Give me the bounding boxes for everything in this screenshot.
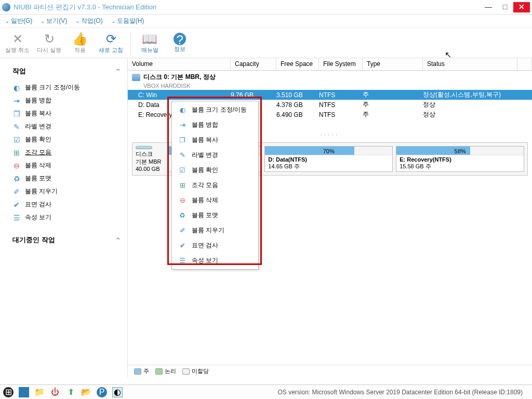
menu-actions[interactable]: ⌄작업(O) (75, 17, 102, 25)
col-volume[interactable]: Volume (128, 58, 231, 70)
info-button[interactable]: ?정보 (168, 33, 191, 53)
copy-icon: ❐ (178, 136, 187, 144)
chevron-up-icon: ⌃ (115, 68, 121, 75)
sidebar-wipe[interactable]: ✐볼륨 지우기 (6, 185, 121, 198)
maximize-button[interactable]: □ (497, 2, 513, 12)
ctx-label[interactable]: ✎라벨 변경 (172, 148, 258, 163)
ctx-defrag[interactable]: ⊞조각 모음 (172, 178, 258, 193)
ctx-resize-move[interactable]: ◐볼륨 크기 조정/이동 (172, 102, 258, 117)
disk-image-icon (136, 146, 152, 149)
refresh-button[interactable]: ⟳새로 고침 (99, 32, 123, 54)
col-status[interactable]: Status (423, 58, 517, 70)
sidebar-merge[interactable]: ⇥볼륨 병합 (6, 94, 121, 107)
disk-group-header[interactable]: 디스크 0: 기본 MBR, 정상 (128, 71, 532, 83)
legend: 주 논리 미할당 (128, 365, 532, 377)
format-icon: ♻ (178, 211, 187, 220)
taskbar: ⊞ 📁 ⏻ ⬆ 📂 P ◐ OS version: Microsoft Wind… (0, 384, 532, 399)
col-capacity[interactable]: Capacity (231, 58, 276, 70)
delete-icon: ⊖ (178, 196, 187, 205)
undo-button[interactable]: ✕실행 취소 (5, 32, 30, 54)
sidebar-copy[interactable]: ❐볼륨 복사 (6, 107, 121, 120)
disk-map-header[interactable]: 디스크 기본 MBR 40.00 GB (136, 146, 165, 172)
sidebar-section-pending[interactable]: 대기중인 작업 ⌃ (6, 231, 121, 250)
sidebar-section-ops[interactable]: 작업 ⌃ (6, 62, 121, 81)
partition-box-e[interactable]: 58% E: Recovery(NTFS)15.58 GB 주 (396, 146, 524, 172)
power-icon[interactable]: ⏻ (50, 387, 60, 397)
ctx-surface[interactable]: ✔표면 검사 (172, 238, 258, 253)
delete-icon: ⊖ (12, 162, 21, 170)
surface-icon: ✔ (178, 242, 187, 250)
surface-icon: ✔ (12, 201, 21, 209)
close-button[interactable]: ✕ (513, 2, 530, 12)
menu-general[interactable]: ⌄일반(G) (5, 17, 32, 25)
legend-logical-swatch (155, 368, 163, 375)
disk-icon (132, 74, 140, 81)
check-icon: ☑ (178, 166, 187, 175)
ctx-merge[interactable]: ⇥볼륨 병합 (172, 117, 258, 132)
disk-model: VBOX HARDDISK (128, 83, 532, 89)
niubi-taskbar-icon[interactable]: ◐ (112, 387, 123, 397)
app-title: NIUBI 파티션 편집기 v7.3.0 - Technician Editio… (14, 3, 480, 12)
toolbar-separator (130, 32, 131, 55)
menu-help[interactable]: ⌄도움말(H) (111, 17, 144, 25)
ctx-check[interactable]: ☑볼륨 확인 (172, 163, 258, 178)
taskview-icon[interactable] (19, 387, 29, 397)
titlebar: NIUBI 파티션 편집기 v7.3.0 - Technician Editio… (0, 0, 532, 15)
sidebar-label[interactable]: ✎라벨 변경 (6, 120, 121, 133)
wipe-icon: ✐ (178, 227, 187, 235)
app2-icon[interactable]: 📂 (81, 387, 91, 397)
sidebar-format[interactable]: ♻볼륨 포맷 (6, 172, 121, 185)
list-icon: ☰ (12, 214, 21, 222)
defrag-icon: ⊞ (178, 181, 187, 190)
volume-row-c[interactable]: C: Win 9.76 GB 3.510 GB NTFS 주 정상(활성,시스템… (128, 90, 532, 100)
explorer-icon[interactable]: 📁 (34, 387, 45, 397)
col-free[interactable]: Free Space (276, 58, 319, 70)
edit-icon: ✎ (178, 151, 187, 159)
sidebar-check[interactable]: ☑볼륨 확인 (6, 133, 121, 146)
check-icon: ☑ (12, 136, 21, 144)
defrag-icon: ⊞ (12, 149, 21, 157)
os-version-label: OS version: Microsoft Windows Server 201… (128, 389, 529, 396)
pie-icon: ◐ (12, 84, 21, 92)
legend-primary-swatch (134, 368, 141, 375)
sidebar-properties[interactable]: ☰속성 보기 (6, 211, 121, 224)
wipe-icon: ✐ (12, 188, 21, 196)
chevron-up-icon: ⌃ (115, 236, 121, 244)
col-spacer (517, 58, 532, 70)
toolbar: ✕실행 취소 ↻다시 실행 👍적용 ⟳새로 고침 📖매뉴얼 ?정보 (0, 28, 532, 58)
merge-icon: ⇥ (12, 97, 21, 105)
app3-icon[interactable]: P (97, 387, 107, 397)
list-icon: ☰ (178, 257, 187, 265)
manual-button[interactable]: 📖매뉴얼 (138, 32, 161, 54)
ctx-wipe[interactable]: ✐볼륨 지우기 (172, 223, 258, 238)
copy-icon: ❐ (12, 110, 21, 118)
apply-button[interactable]: 👍적용 (69, 32, 91, 54)
app-icon (2, 3, 10, 11)
partition-box-d[interactable]: 70% D: Data(NTFS)14.65 GB 주 (264, 146, 393, 172)
format-icon: ♻ (12, 175, 21, 183)
col-type[interactable]: Type (363, 58, 423, 70)
redo-button[interactable]: ↻다시 실행 (37, 32, 61, 54)
sidebar-defrag[interactable]: ⊞조각 모음 (6, 146, 121, 159)
sidebar-surface[interactable]: ✔표면 검사 (6, 198, 121, 211)
sidebar: 작업 ⌃ ◐볼륨 크기 조정/이동 ⇥볼륨 병합 ❐볼륨 복사 ✎라벨 변경 ☑… (0, 58, 128, 377)
sidebar-delete[interactable]: ⊖볼륨 삭제 (6, 159, 121, 172)
context-menu: ◐볼륨 크기 조정/이동 ⇥볼륨 병합 ❐볼륨 복사 ✎라벨 변경 ☑볼륨 확인… (171, 101, 259, 270)
merge-icon: ⇥ (178, 121, 187, 129)
pie-icon: ◐ (178, 106, 187, 114)
volume-table-header: Volume Capacity Free Space File System T… (128, 58, 532, 71)
ctx-format[interactable]: ♻볼륨 포맷 (172, 208, 258, 223)
menubar: ⌄일반(G) ⌄보기(V) ⌄작업(O) ⌄도움말(H) (0, 15, 532, 28)
col-fs[interactable]: File System (319, 58, 363, 70)
start-button[interactable]: ⊞ (3, 387, 14, 397)
legend-unalloc-swatch (182, 368, 190, 375)
menu-view[interactable]: ⌄보기(V) (41, 17, 67, 25)
sidebar-resize-move[interactable]: ◐볼륨 크기 조정/이동 (6, 81, 121, 94)
ctx-properties[interactable]: ☰속성 보기 (172, 253, 258, 268)
minimize-button[interactable]: — (480, 2, 497, 12)
ctx-copy[interactable]: ❐볼륨 복사 (172, 132, 258, 148)
app1-icon[interactable]: ⬆ (65, 387, 76, 397)
ctx-delete[interactable]: ⊖볼륨 삭제 (172, 193, 258, 208)
edit-icon: ✎ (12, 123, 21, 131)
